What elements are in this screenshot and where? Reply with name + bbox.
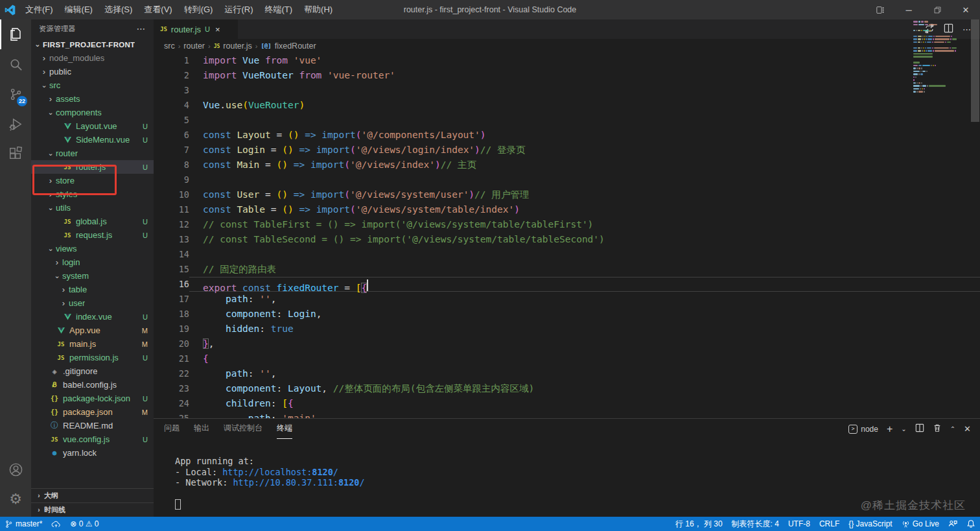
statusbar-sync[interactable] [47, 517, 65, 531]
tree-folder-router[interactable]: ⌄router [31, 147, 154, 160]
tree-folder-store[interactable]: ›store [31, 174, 154, 187]
tree-file-yarn-lock[interactable]: ●yarn.lock [31, 446, 154, 460]
tree-folder-public[interactable]: ›public [31, 65, 154, 78]
menu-0[interactable]: 文件(F) [19, 0, 59, 19]
tree-file--gitignore[interactable]: ◈.gitignore [31, 364, 154, 378]
explorer-more-actions-icon[interactable]: ⋯ [137, 23, 146, 34]
tree-folder-utils[interactable]: ⌄utils [31, 201, 154, 215]
close-window-button[interactable]: ✕ [951, 0, 980, 19]
tree-folder-node-modules[interactable]: ›node_modules [31, 51, 154, 65]
run-debug-icon[interactable] [0, 109, 31, 139]
code-line-20[interactable]: 20}, [154, 336, 980, 351]
menu-1[interactable]: 编辑(E) [59, 0, 99, 19]
breadcrumb-item-src[interactable]: src [164, 41, 175, 51]
maximize-panel-icon[interactable]: ⌃ [950, 425, 955, 432]
menu-4[interactable]: 转到(G) [178, 0, 219, 19]
tree-file-babel-config-js[interactable]: Ᏸbabel.config.js [31, 378, 154, 392]
tree-file-vue-config-js[interactable]: JSvue.config.jsU [31, 432, 154, 446]
tree-file-layout-vue[interactable]: Layout.vueU [31, 119, 154, 133]
code-line-6[interactable]: 6const Layout = () => import('@/componen… [154, 128, 980, 143]
tree-folder-views[interactable]: ⌄views [31, 242, 154, 255]
tree-folder-components[interactable]: ⌄components [31, 106, 154, 119]
code-line-8[interactable]: 8const Main = () => import('@/views/inde… [154, 158, 980, 172]
tree-folder-system[interactable]: ⌄system [31, 269, 154, 283]
code-line-15[interactable]: 15// 固定的路由表 [154, 262, 980, 277]
statusbar-git-branch[interactable]: master* [0, 517, 47, 531]
scrollbar-thumb[interactable] [971, 19, 979, 122]
menu-5[interactable]: 运行(R) [218, 0, 259, 19]
tree-file-package-lock-json[interactable]: {}package-lock.jsonU [31, 392, 154, 405]
panel-tab-调试控制台[interactable]: 调试控制台 [224, 419, 262, 439]
restore-button[interactable] [923, 0, 951, 19]
terminal-profile[interactable]: > node [848, 425, 878, 434]
statusbar-eol[interactable]: CRLF [815, 517, 844, 531]
minimap[interactable] [911, 21, 969, 94]
close-panel-icon[interactable]: ✕ [964, 424, 971, 434]
panel-tab-终端[interactable]: 终端 [277, 419, 292, 439]
code-editor[interactable]: 1import Vue from 'vue'2import VueRouter … [154, 53, 980, 418]
tree-file-request-js[interactable]: JSrequest.jsU [31, 228, 154, 242]
code-line-21[interactable]: 21{ [154, 351, 980, 366]
menu-3[interactable]: 查看(V) [138, 0, 178, 19]
settings-gear-icon[interactable]: ⚙ [0, 484, 31, 514]
code-line-3[interactable]: 3 [154, 83, 980, 98]
statusbar-problems[interactable]: ⊗ 0 ⚠ 0 [65, 517, 103, 531]
search-icon[interactable] [0, 49, 31, 79]
code-line-7[interactable]: 7const Login = () => import('@/views/log… [154, 143, 980, 158]
editor-scrollbar[interactable] [970, 19, 980, 418]
breadcrumb-item-fixedRouter[interactable]: fixedRouter [275, 41, 316, 51]
feedback-icon[interactable] [944, 517, 962, 531]
code-line-18[interactable]: 18 component: Login, [154, 307, 980, 322]
breadcrumb-item-router.js[interactable]: router.js [223, 41, 251, 51]
tree-folder-first-project-front[interactable]: ⌄FIRST_PROJECT-FRONT [31, 38, 154, 51]
code-line-14[interactable]: 14 [154, 247, 980, 262]
code-line-2[interactable]: 2import VueRouter from 'vue-router' [154, 68, 980, 83]
code-line-4[interactable]: 4Vue.use(VueRouter) [154, 98, 980, 113]
breadcrumb-item-router[interactable]: router [183, 41, 205, 51]
tree-folder-user[interactable]: ›user [31, 296, 154, 310]
menu-6[interactable]: 终端(T) [259, 0, 298, 19]
breadcrumb[interactable]: src›router›JSrouter.js›[@]fixedRouter [154, 39, 980, 53]
tree-file-router-js[interactable]: JSrouter.jsU [31, 160, 154, 174]
menu-7[interactable]: 帮助(H) [298, 0, 338, 19]
tree-file-package-json[interactable]: {}package.jsonM [31, 405, 154, 419]
terminal-output[interactable]: App running at:- Local: http://localhost… [154, 439, 980, 510]
tree-folder-table[interactable]: ›table [31, 283, 154, 296]
statusbar-cursor-position[interactable]: 行 16， 列 30 [671, 517, 727, 531]
notifications-bell-icon[interactable] [962, 517, 980, 531]
section-时间线[interactable]: ›时间线 [31, 502, 154, 517]
code-line-24[interactable]: 24 children: [{ [154, 396, 980, 411]
code-line-11[interactable]: 11const Table = () => import('@/views/sy… [154, 202, 980, 217]
code-line-5[interactable]: 5 [154, 113, 980, 128]
tree-file-sidemenu-vue[interactable]: SideMenu.vueU [31, 133, 154, 147]
tree-file-index-vue[interactable]: index.vueU [31, 310, 154, 324]
code-line-12[interactable]: 12// const TableFirst = () => import('@/… [154, 217, 980, 232]
code-line-1[interactable]: 1import Vue from 'vue' [154, 53, 980, 68]
terminal-dropdown-icon[interactable]: ⌄ [901, 425, 906, 432]
explorer-icon[interactable] [0, 19, 31, 49]
tab-router-js[interactable]: JS router.js U × [154, 19, 238, 39]
tree-folder-src[interactable]: ⌄src [31, 78, 154, 92]
statusbar-encoding[interactable]: UTF-8 [784, 517, 815, 531]
code-line-10[interactable]: 10const User = () => import('@/views/sys… [154, 187, 980, 202]
section-大纲[interactable]: ›大纲 [31, 488, 154, 502]
tab-close-icon[interactable]: × [215, 25, 220, 34]
split-terminal-icon[interactable] [915, 423, 924, 434]
minimize-button[interactable]: ─ [894, 0, 923, 19]
menu-2[interactable]: 选择(S) [99, 0, 138, 19]
tree-file-main-js[interactable]: JSmain.jsM [31, 337, 154, 351]
tree-folder-assets[interactable]: ›assets [31, 92, 154, 106]
code-line-16[interactable]: 16export const fixedRouter = [{ [154, 277, 980, 292]
code-line-25[interactable]: 25 path: 'main', [154, 411, 980, 418]
new-terminal-icon[interactable]: + [887, 423, 892, 435]
code-line-17[interactable]: 17 path: '', [154, 292, 980, 307]
tree-file-global-js[interactable]: JSglobal.jsU [31, 215, 154, 228]
layout-toggle-icon[interactable] [866, 0, 894, 19]
account-icon[interactable] [0, 454, 31, 484]
tree-folder-styles[interactable]: ›styles [31, 187, 154, 201]
code-line-13[interactable]: 13// const TableSecond = () => import('@… [154, 232, 980, 247]
code-line-22[interactable]: 22 path: '', [154, 366, 980, 381]
panel-tab-输出[interactable]: 输出 [194, 419, 209, 439]
tree-folder-login[interactable]: ›login [31, 255, 154, 269]
statusbar-go-live[interactable]: Go Live [897, 517, 944, 531]
